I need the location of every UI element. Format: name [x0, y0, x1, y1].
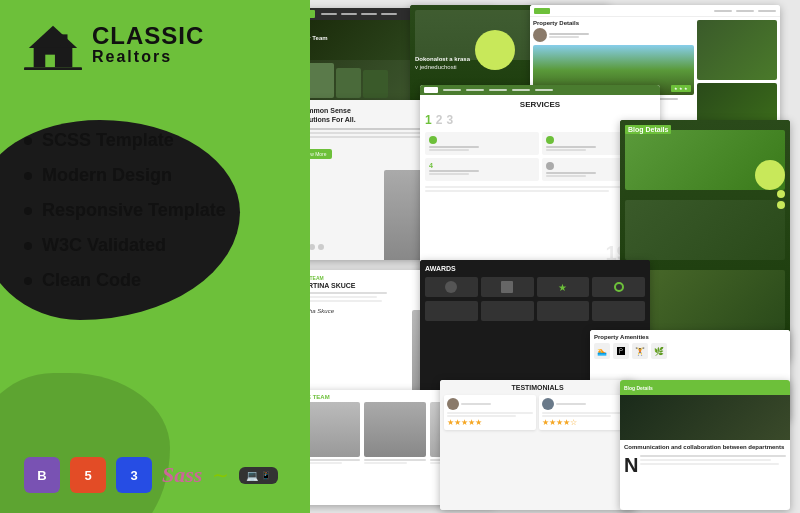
text-line — [546, 146, 596, 148]
bullet-icon — [24, 207, 32, 215]
reviewer-info — [447, 398, 533, 410]
text-line — [549, 36, 579, 38]
side-house-img — [697, 20, 777, 80]
bullet-icon — [24, 137, 32, 145]
signature: Martha Skuce — [297, 308, 397, 314]
screen-blog: Blog Details Communication and collabora… — [620, 380, 790, 510]
amenity-icon: 🅿 — [613, 343, 629, 359]
svg-marker-0 — [29, 26, 77, 48]
team-member-2 — [364, 402, 425, 464]
text-line — [429, 173, 469, 175]
testimonials-row: ★★★★★ ★★★★☆ — [444, 395, 631, 430]
awards-heading: AWARDS — [425, 265, 645, 272]
bootstrap-icon: B — [37, 468, 46, 483]
tech-icons-row: B 5 3 Sass ∼ 💻 📱 — [24, 457, 286, 493]
step-num-1: 1 — [425, 113, 432, 127]
screen5-nav — [420, 85, 660, 95]
text-line — [542, 412, 628, 414]
person-photo — [363, 70, 388, 98]
left-panel: CLASSIC Realtors SCSS Template Modern De… — [0, 0, 310, 513]
gsap-icon: ∼ — [212, 463, 229, 487]
screen1-nav-links — [321, 13, 397, 15]
reviewer-avatar — [447, 398, 459, 410]
award-icon — [614, 282, 624, 292]
reviewer-name — [461, 403, 491, 405]
testimonials-heading: TESTIMONIALS — [444, 384, 631, 391]
sass-icon: Sass — [162, 462, 202, 488]
logo-area: CLASSIC Realtors — [24, 20, 286, 70]
nav-link — [736, 10, 754, 12]
award-logo-5 — [425, 301, 478, 321]
feature-item-4: W3C Validated — [24, 235, 286, 256]
html5-icon: 5 — [84, 468, 91, 483]
nav-link — [489, 89, 507, 91]
deco-dot — [777, 201, 785, 209]
czech-subheading: v jedneduchosti — [415, 63, 470, 71]
text-line — [640, 455, 786, 457]
logo-text: CLASSIC Realtors — [92, 24, 204, 66]
bullet-icon — [24, 277, 32, 285]
text-line — [447, 415, 516, 417]
czech-text: Dokonalost a krasa v jedneduchosti — [415, 55, 470, 72]
award-icon — [445, 281, 457, 293]
text-line — [546, 172, 596, 174]
czech-heading: Dokonalost a krasa — [415, 55, 470, 63]
nav-link — [466, 89, 484, 91]
feature-label-5: Clean Code — [42, 270, 141, 291]
property-details-label: Property Details — [533, 20, 694, 26]
text-line — [542, 415, 611, 417]
screen3-nav — [530, 5, 780, 17]
reviewer-info — [542, 398, 628, 410]
award-logo-1 — [425, 277, 478, 297]
screen3-navlinks — [556, 10, 776, 12]
service-icon — [429, 136, 437, 144]
text-line — [297, 292, 387, 294]
drop-cap-n: N — [624, 455, 638, 475]
service-item-1 — [425, 132, 539, 155]
award-icon — [501, 281, 513, 293]
service-icon — [546, 136, 554, 144]
side-dots — [777, 190, 785, 209]
deco-dot-top — [475, 30, 515, 70]
text-line — [546, 149, 586, 151]
mockup-wrapper: Our Team — [290, 0, 800, 513]
reviewer-name — [556, 403, 586, 405]
dot — [318, 244, 324, 250]
screen3-logo — [534, 8, 550, 14]
award-logo-2 — [481, 277, 534, 297]
bullet-icon — [24, 172, 32, 180]
agent-avatar — [533, 28, 547, 42]
brand-name: CLASSIC — [92, 24, 204, 48]
text-line — [429, 146, 479, 148]
blog-header-bar: Blog Details — [620, 380, 790, 395]
service-num-4: 4 — [429, 162, 535, 169]
feature-label-3: Responsive Template — [42, 200, 226, 221]
monitor-icon: 💻 — [246, 470, 258, 481]
features-list: SCSS Template Modern Design Responsive T… — [24, 130, 286, 305]
deco-dot — [777, 190, 785, 198]
bootstrap-badge: B — [24, 457, 60, 493]
blog-content: Communication and collaboration between … — [620, 440, 790, 479]
bullet-icon — [24, 242, 32, 250]
award-logo-7 — [537, 301, 590, 321]
blog-heading: Communication and collaboration between … — [624, 444, 786, 452]
blog-tag: Blog Details — [624, 385, 653, 391]
house-photo-2 — [625, 200, 785, 260]
award-logo-4 — [592, 277, 645, 297]
text-line — [447, 412, 533, 414]
feature-item-3: Responsive Template — [24, 200, 286, 221]
text-line — [549, 33, 589, 35]
css3-badge: 3 — [116, 457, 152, 493]
css3-icon: 3 — [130, 468, 137, 483]
amenity-icon: 🌿 — [651, 343, 667, 359]
award-logo-6 — [481, 301, 534, 321]
awards-grid: ★ — [425, 277, 645, 297]
text-line — [429, 149, 469, 151]
feature-label-4: W3C Validated — [42, 235, 166, 256]
feature-item-1: SCSS Template — [24, 130, 286, 151]
tablet-icon: 📱 — [261, 471, 271, 480]
service-icon — [546, 162, 554, 170]
testimonial-2: ★★★★☆ — [539, 395, 631, 430]
text-line — [640, 459, 771, 461]
screen5-logo — [424, 87, 438, 93]
